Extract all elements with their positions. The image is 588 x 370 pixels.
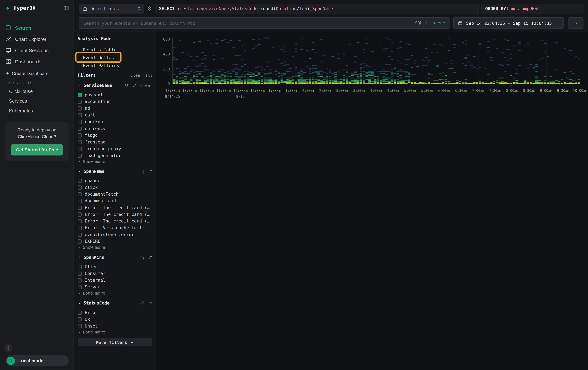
analysis-mode-event-patterns[interactable]: Event Patterns <box>79 61 152 69</box>
sql-select-editor[interactable]: SELECT Timestamp, ServiceName, StatusCod… <box>155 4 479 13</box>
gear-icon[interactable]: ⚙ <box>147 4 152 13</box>
filter-option-eventlistener-error[interactable]: eventListener.error <box>78 231 153 238</box>
filter-option-expire[interactable]: EXPIRE <box>78 238 153 244</box>
filter-option-ok[interactable]: Ok <box>78 316 153 322</box>
filter-option-documentfetch[interactable]: documentFetch <box>78 191 153 197</box>
create-dashboard-button[interactable]: +Create Dashboard <box>0 67 74 78</box>
filter-option-error-the-credit-card[interactable]: Error: The credit card (… <box>78 218 153 224</box>
filter-section-spanname[interactable]: SpanName <box>78 169 153 174</box>
filter-option-click[interactable]: click <box>78 184 153 190</box>
checkbox[interactable] <box>78 271 82 276</box>
filter-option-client[interactable]: Client <box>78 264 153 270</box>
checkbox[interactable] <box>78 285 82 289</box>
checkbox[interactable] <box>78 192 82 196</box>
filter-option-error-the-credit-card[interactable]: Error: The credit card (… <box>78 211 153 217</box>
search-icon[interactable] <box>140 169 145 173</box>
filter-option-checkout[interactable]: checkout <box>78 119 153 125</box>
pin-icon[interactable] <box>148 255 153 260</box>
filter-option-accounting[interactable]: accounting <box>78 99 153 105</box>
filter-option-frontend-proxy[interactable]: frontend-proxy <box>78 146 153 152</box>
checkbox[interactable] <box>78 317 82 321</box>
sidebar-item-client-sessions[interactable]: Client Sessions <box>0 45 74 56</box>
pin-icon[interactable] <box>148 301 153 305</box>
checkbox[interactable] <box>78 232 82 237</box>
checkbox[interactable] <box>78 265 82 269</box>
checkbox[interactable] <box>78 185 82 190</box>
lucene-toggle[interactable]: Lucene <box>430 20 445 25</box>
checkbox[interactable] <box>78 153 82 158</box>
presets-toggle[interactable]: PRESETS <box>0 78 74 87</box>
filter-option-internal[interactable]: Internal <box>78 277 153 283</box>
filter-option-error-visa-cache-full[interactable]: Error: Visa cache full: … <box>78 225 153 231</box>
get-started-button[interactable]: Get Started for Free <box>11 144 63 156</box>
show-more-button[interactable]: Show more <box>78 159 105 164</box>
sidebar-item-dashboards[interactable]: Dashboards <box>0 56 74 67</box>
checkbox[interactable] <box>78 113 82 117</box>
checkbox[interactable] <box>78 205 82 210</box>
checkbox[interactable] <box>78 278 82 282</box>
analysis-mode-results-table[interactable]: Results Table <box>79 46 152 54</box>
filter-option-load-generator[interactable]: load-generator <box>78 152 153 159</box>
filter-option-frontend[interactable]: frontend <box>78 139 153 145</box>
checkbox[interactable] <box>78 106 82 110</box>
filter-option-server[interactable]: Server <box>78 284 153 290</box>
filter-option-payment[interactable]: ✓payment <box>78 92 153 98</box>
checkbox[interactable] <box>78 100 82 104</box>
filter-option-flagd[interactable]: flagd <box>78 132 153 138</box>
date-range-picker[interactable]: Sep 14 22:04:35 - Sep 15 10:04:35 <box>453 17 564 29</box>
search-icon[interactable] <box>125 83 129 88</box>
help-button[interactable]: ? <box>4 344 12 352</box>
filter-section-servicename[interactable]: ServiceNameClear <box>78 83 153 88</box>
source-select[interactable]: Demo Traces <box>79 4 144 13</box>
clear-filter-button[interactable]: Clear <box>140 83 153 88</box>
local-mode-pill[interactable]: U Local mode <box>5 355 69 366</box>
sidebar-item-chart-explorer[interactable]: Chart Explorer <box>0 33 74 45</box>
checkbox[interactable] <box>78 239 82 243</box>
filter-option-change[interactable]: change <box>78 178 153 184</box>
checkbox[interactable] <box>78 147 82 151</box>
checkbox[interactable] <box>78 324 82 328</box>
show-more-button[interactable]: Show more <box>78 245 105 250</box>
order-by-editor[interactable]: ORDER BY Timestamp DESC <box>481 4 584 13</box>
filter-option-consumer[interactable]: Consumer <box>78 270 153 277</box>
clear-all-button[interactable]: Clear all <box>130 73 153 78</box>
checkbox[interactable] <box>78 140 82 144</box>
search-icon[interactable] <box>140 255 145 260</box>
sidebar-preset-clickhouse[interactable]: ClickHouse <box>0 87 74 96</box>
checked-checkbox[interactable]: ✓ <box>78 93 82 97</box>
pin-icon[interactable] <box>148 169 153 173</box>
filter-section-statuscode[interactable]: StatusCode <box>78 300 153 306</box>
search-icon[interactable] <box>140 301 145 305</box>
checkbox[interactable] <box>78 212 82 216</box>
more-filters-button[interactable]: More filters <box>78 338 152 346</box>
filter-option-unset[interactable]: Unset <box>78 323 153 329</box>
checkbox[interactable] <box>78 310 82 315</box>
filter-option-cart[interactable]: cart <box>78 112 153 118</box>
search-input[interactable] <box>79 18 388 29</box>
checkbox[interactable] <box>78 199 82 203</box>
run-query-button[interactable] <box>568 17 583 29</box>
checkbox[interactable] <box>78 126 82 131</box>
filter-option-documentload[interactable]: documentLoad <box>78 198 153 204</box>
filter-option-currency[interactable]: currency <box>78 125 153 131</box>
sidebar-item-search[interactable]: Search <box>0 22 74 33</box>
analysis-mode-event-deltas[interactable]: Event Deltas <box>79 54 152 61</box>
pin-icon[interactable] <box>132 83 137 88</box>
checkbox[interactable] <box>78 179 82 183</box>
sidebar-preset-services[interactable]: Services <box>0 96 74 106</box>
sidebar-preset-kubernetes[interactable]: Kubernetes <box>0 106 74 116</box>
checkbox[interactable] <box>78 120 82 124</box>
filter-option-error-the-credit-card[interactable]: Error: The credit card (… <box>78 205 153 210</box>
latency-heatmap-canvas[interactable] <box>173 38 581 84</box>
latency-heatmap-plot[interactable] <box>172 38 580 84</box>
filter-option-error[interactable]: Error <box>78 310 153 315</box>
checkbox[interactable] <box>78 226 82 230</box>
filter-section-spankind[interactable]: SpanKind <box>78 255 153 260</box>
load-more-button[interactable]: Load more <box>78 330 105 335</box>
filter-option-ad[interactable]: ad <box>78 105 153 111</box>
sql-toggle[interactable]: SQL <box>415 20 422 25</box>
checkbox[interactable] <box>78 219 82 223</box>
load-more-button[interactable]: Load more <box>78 291 105 296</box>
checkbox[interactable] <box>78 133 82 137</box>
collapse-sidebar-icon[interactable] <box>63 5 69 11</box>
